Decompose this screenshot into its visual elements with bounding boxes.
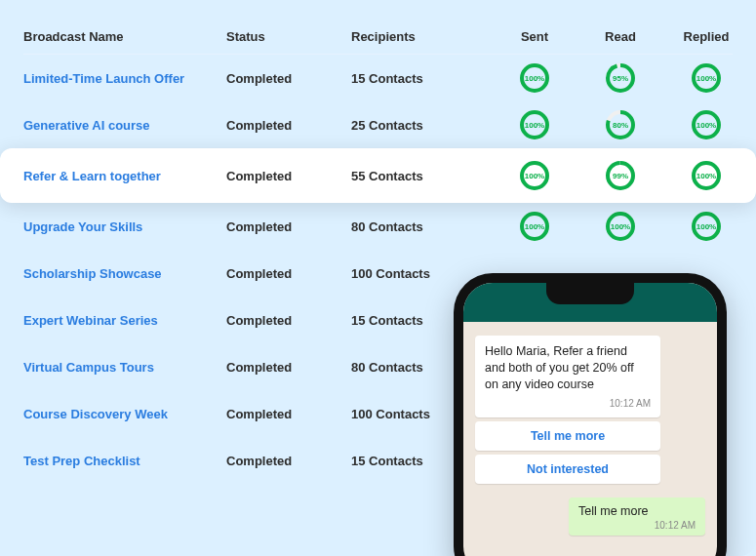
table-row[interactable]: Refer & Learn togetherCompleted55 Contac… [0,148,756,203]
status-text: Completed [226,71,343,86]
progress-ring-icon: 100% [691,211,722,242]
progress-ring-icon: 100% [691,62,722,94]
col-recipients: Recipients [351,29,488,44]
table-row[interactable]: Upgrade Your SkillsCompleted80 Contacts … [23,203,733,250]
status-text: Completed [226,118,343,133]
status-text: Completed [226,407,343,421]
read-cell: 99% [581,160,659,191]
replied-cell: 100% [667,211,745,242]
recipients-text: 100 Contacts [351,266,488,281]
broadcast-name-link[interactable]: Expert Webinar Series [23,313,219,328]
read-cell: 95% [581,62,659,94]
sent-cell: 100% [496,211,574,242]
quick-reply-button[interactable]: Tell me more [475,421,660,451]
replied-cell: 100% [667,160,745,191]
status-text: Completed [226,266,343,281]
col-sent: Sent [496,29,574,44]
phone-screen: Hello Maria, Refer a friend and both of … [463,283,717,556]
replied-cell: 100% [667,62,745,94]
col-replied: Replied [667,29,745,44]
status-text: Completed [226,313,343,328]
status-text: Completed [226,454,343,468]
replied-cell: 100% [667,109,745,140]
progress-ring-icon: 100% [519,109,550,140]
read-cell: 80% [581,109,659,140]
recipients-text: 55 Contacts [351,169,488,183]
sent-cell: 100% [496,160,574,191]
recipients-text: 80 Contacts [351,219,488,234]
recipients-text: 15 Contacts [351,71,488,86]
col-read: Read [581,29,659,44]
status-text: Completed [226,360,343,375]
broadcast-name-link[interactable]: Scholarship Showcase [23,266,219,281]
table-header: Broadcast Name Status Recipients Sent Re… [23,20,733,55]
broadcast-name-link[interactable]: Virtual Campus Tours [23,360,219,375]
incoming-message: Hello Maria, Refer a friend and both of … [475,336,660,417]
chat-area: Hello Maria, Refer a friend and both of … [463,322,717,549]
progress-ring-icon: 95% [605,62,636,94]
broadcast-name-link[interactable]: Generative AI course [23,118,219,133]
col-name: Broadcast Name [23,29,219,44]
broadcast-name-link[interactable]: Test Prep Checklist [23,454,219,468]
progress-ring-icon: 100% [691,109,722,140]
outgoing-message: Tell me more 10:12 AM [569,497,705,536]
progress-ring-icon: 100% [605,211,636,242]
table-row[interactable]: Limited-Time Launch OfferCompleted15 Con… [23,55,733,101]
incoming-text: Hello Maria, Refer a friend and both of … [485,344,634,391]
broadcast-name-link[interactable]: Course Discovery Week [23,407,219,421]
sent-cell: 100% [496,109,574,140]
outgoing-time: 10:12 AM [578,520,696,531]
incoming-time: 10:12 AM [485,397,651,411]
status-text: Completed [226,219,343,234]
quick-reply-button[interactable]: Not interested [475,455,660,484]
progress-ring-icon: 80% [605,109,636,140]
progress-ring-icon: 100% [691,160,722,191]
broadcast-name-link[interactable]: Limited-Time Launch Offer [23,71,219,86]
progress-ring-icon: 100% [519,160,550,191]
progress-ring-icon: 99% [605,160,636,191]
read-cell: 100% [581,211,659,242]
broadcast-name-link[interactable]: Upgrade Your Skills [23,219,219,234]
recipients-text: 25 Contacts [351,118,488,133]
phone-notch [546,283,634,304]
phone-mockup: Hello Maria, Refer a friend and both of … [454,273,727,556]
broadcast-name-link[interactable]: Refer & Learn together [23,169,219,183]
progress-ring-icon: 100% [519,62,550,94]
progress-ring-icon: 100% [519,211,550,242]
table-row[interactable]: Generative AI courseCompleted25 Contacts… [23,101,733,148]
outgoing-text: Tell me more [578,504,649,518]
status-text: Completed [226,169,343,183]
whatsapp-header [463,283,717,322]
col-status: Status [226,29,343,44]
sent-cell: 100% [496,62,574,94]
